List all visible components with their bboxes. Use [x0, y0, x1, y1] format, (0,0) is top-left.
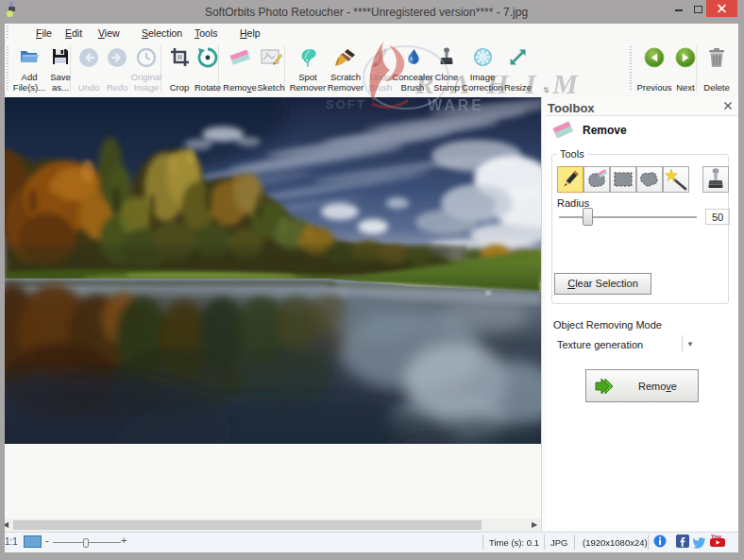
- svg-text:SOFT: SOFT: [326, 97, 366, 111]
- svg-text:WARE: WARE: [428, 97, 484, 113]
